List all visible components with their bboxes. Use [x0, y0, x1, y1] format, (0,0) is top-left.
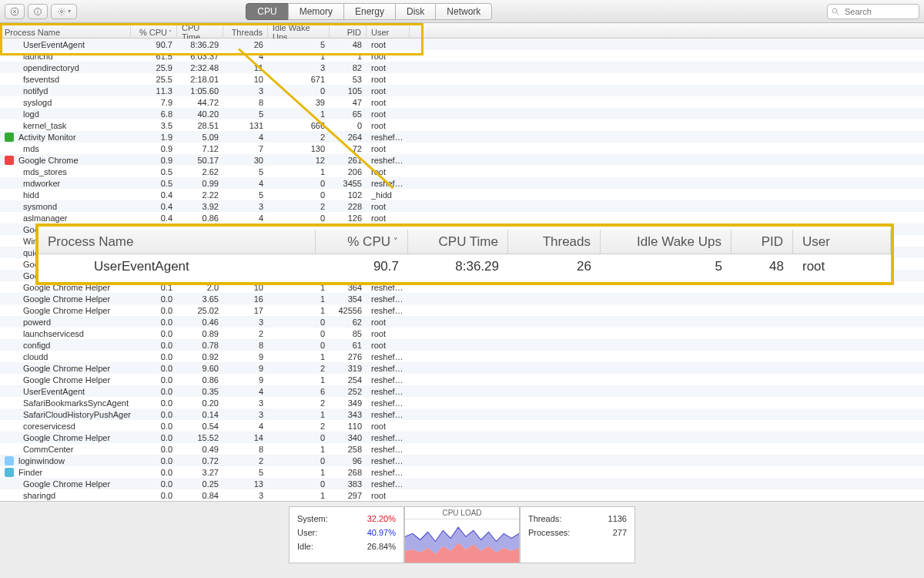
- cell-time: 44.72: [177, 98, 223, 107]
- tab-energy[interactable]: Energy: [343, 3, 396, 20]
- info-button[interactable]: [28, 4, 48, 19]
- table-row[interactable]: coreservicesd0.00.5442110root: [0, 420, 924, 432]
- table-row[interactable]: cloudd0.00.9291276reshefbom: [0, 351, 924, 362]
- table-row[interactable]: Google Chrome Helper0.00.8691254reshefbo…: [0, 374, 924, 385]
- search-input[interactable]: [827, 4, 919, 19]
- cell-time: 15.52: [177, 433, 223, 442]
- table-row[interactable]: Google Chrome Helper0.00.25130383reshefb…: [0, 478, 924, 489]
- zoom-row[interactable]: UserEventAgent 90.7 8:36.29 26 5 48 root: [38, 254, 891, 279]
- cell-wakeups: 0: [268, 329, 330, 338]
- cell-pid: 383: [330, 479, 367, 489]
- table-row[interactable]: Google Chrome0.950.173012261reshefbom: [0, 154, 924, 166]
- process-name: powerd: [23, 318, 51, 327]
- tab-network[interactable]: Network: [435, 3, 492, 20]
- cell-user: root: [367, 52, 410, 61]
- process-name: hidd: [23, 190, 39, 200]
- zoom-col-threads[interactable]: Threads: [508, 230, 601, 254]
- chevron-down-icon: ▾: [68, 8, 71, 15]
- table-row[interactable]: Google Chrome Helper0.03.65161354reshefb…: [0, 293, 924, 304]
- cell-user: root: [367, 40, 410, 49]
- table-row[interactable]: CommCenter0.00.4981258reshefbom: [0, 443, 924, 455]
- process-name: configd: [23, 341, 50, 350]
- table-row[interactable]: Google Chrome Helper0.025.0217142556resh…: [0, 304, 924, 316]
- cell-threads: 26: [223, 40, 268, 49]
- cell-pid: 206: [330, 167, 367, 176]
- zoom-col-cpu[interactable]: % CPU˅: [316, 230, 408, 254]
- tab-disk[interactable]: Disk: [395, 3, 436, 20]
- table-row[interactable]: kernel_task3.528.511316660root: [0, 119, 924, 131]
- cell-wakeups: 0: [268, 456, 330, 465]
- table-row[interactable]: configd0.00.788061root: [0, 339, 924, 351]
- table-row[interactable]: launchservicesd0.00.892085root: [0, 328, 924, 339]
- table-row[interactable]: mds_stores0.52.6251206root: [0, 166, 924, 177]
- table-row[interactable]: hidd0.42.2250102_hidd: [0, 189, 924, 200]
- cell-wakeups: 0: [268, 479, 330, 489]
- cell-pid: 105: [330, 86, 367, 96]
- cell-user: root: [367, 98, 410, 107]
- cell-pid: 126: [330, 213, 367, 223]
- table-row[interactable]: SafariBookmarksSyncAgent0.00.2032349resh…: [0, 397, 924, 408]
- table-row[interactable]: Google Chrome Helper0.015.52140340reshef…: [0, 432, 924, 443]
- cell-time: 0.14: [177, 410, 223, 419]
- table-row[interactable]: powerd0.00.463062root: [0, 316, 924, 328]
- options-button[interactable]: ▾: [51, 4, 77, 19]
- cell-threads: 16: [223, 294, 268, 304]
- table-row[interactable]: opendirectoryd25.92:32.4811382root: [0, 62, 924, 73]
- table-row[interactable]: mds0.97.12713072root: [0, 143, 924, 154]
- table-row[interactable]: SafariCloudHistoryPushAgent0.00.1431343r…: [0, 408, 924, 420]
- table-row[interactable]: aslmanager0.40.8640126root: [0, 212, 924, 223]
- cell-user: reshefbom: [367, 156, 410, 165]
- cell-time: 0.78: [177, 341, 223, 350]
- cell-time: 0.89: [177, 329, 223, 338]
- sort-indicator-icon: ˅: [393, 237, 398, 247]
- cell-time: 0.84: [177, 491, 223, 500]
- table-row[interactable]: fseventsd25.52:18.011067153root: [0, 73, 924, 85]
- cell-time: 7.12: [177, 144, 223, 153]
- cell-wakeups: 2: [268, 398, 330, 408]
- table-row[interactable]: Finder0.03.2751268reshefbom: [0, 466, 924, 478]
- cell-user: reshefbom: [367, 479, 410, 489]
- process-name: launchd: [23, 52, 53, 61]
- cell-time: 3.92: [177, 202, 223, 211]
- view-tabs: CPUMemoryEnergyDiskNetwork: [246, 3, 492, 20]
- zoom-col-pid[interactable]: PID: [732, 230, 793, 254]
- zoom-wakeups: 5: [601, 259, 732, 274]
- table-row[interactable]: loginwindow0.00.722096reshefbom: [0, 455, 924, 466]
- zoom-col-wakeups[interactable]: Idle Wake Ups: [601, 230, 732, 254]
- cell-wakeups: 1: [268, 352, 330, 361]
- table-row[interactable]: sysmond0.43.9232228root: [0, 200, 924, 212]
- cell-wakeups: 2: [268, 422, 330, 431]
- table-row[interactable]: Activity Monitor1.95.0942264reshefbom: [0, 131, 924, 143]
- cell-pid: 82: [330, 63, 367, 72]
- zoom-user: root: [793, 259, 891, 274]
- cell-wakeups: 5: [268, 40, 330, 49]
- cell-cpu: 0.0: [131, 422, 177, 431]
- table-row[interactable]: sharingd0.00.8431297root: [0, 489, 924, 501]
- cell-time: 0.46: [177, 318, 223, 327]
- cell-time: 0.49: [177, 445, 223, 454]
- tab-memory[interactable]: Memory: [288, 3, 344, 20]
- stop-icon: [10, 7, 19, 16]
- zoom-col-process[interactable]: Process Name: [38, 230, 316, 254]
- table-row[interactable]: mdworker0.50.99403455reshefbom: [0, 177, 924, 189]
- stop-process-button[interactable]: [5, 4, 25, 19]
- table-row[interactable]: notifyd11.31:05.6030105root: [0, 85, 924, 96]
- cell-user: root: [367, 422, 410, 431]
- cell-time: 0.35: [177, 387, 223, 396]
- cell-user: root: [367, 144, 410, 153]
- cell-cpu: 7.9: [131, 98, 177, 107]
- tab-cpu[interactable]: CPU: [246, 3, 288, 20]
- cell-cpu: 0.0: [131, 352, 177, 361]
- zoom-col-user[interactable]: User: [793, 230, 891, 254]
- table-row[interactable]: syslogd7.944.7283947root: [0, 96, 924, 108]
- table-row[interactable]: Google Chrome Helper0.09.6092319reshefbo…: [0, 362, 924, 374]
- table-row[interactable]: UserEventAgent90.78:36.2926548root: [0, 39, 924, 50]
- cell-time: 3.27: [177, 468, 223, 477]
- cell-threads: 4: [223, 422, 268, 431]
- table-row[interactable]: launchd61.56:03.37411root: [0, 50, 924, 62]
- table-row[interactable]: UserEventAgent0.00.3546252reshefbom: [0, 385, 924, 397]
- zoom-col-time[interactable]: CPU Time: [408, 230, 508, 254]
- table-row[interactable]: logd6.840.205165root: [0, 108, 924, 119]
- cell-user: reshefbom: [367, 387, 410, 396]
- search-wrap: [827, 4, 919, 19]
